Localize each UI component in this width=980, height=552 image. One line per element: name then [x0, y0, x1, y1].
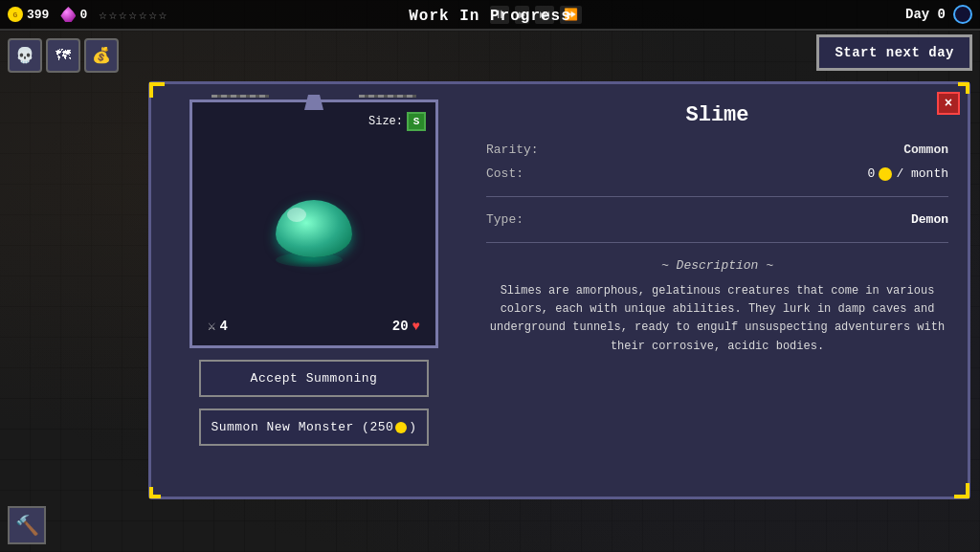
- day-circle-icon: [953, 5, 972, 24]
- coin-count: 399: [27, 8, 49, 22]
- coin-resource: G 399: [8, 7, 49, 22]
- accept-summoning-button[interactable]: Accept Summoning: [199, 360, 429, 397]
- hammer-button[interactable]: 🔨: [8, 506, 46, 544]
- heart-icon: ♥: [412, 319, 420, 334]
- gold-tool-button[interactable]: 💰: [84, 38, 119, 73]
- sword-icon: ⚔: [208, 318, 215, 334]
- size-label: Size:: [368, 115, 403, 128]
- summon-new-monster-button[interactable]: Summon New Monster (250): [199, 408, 429, 446]
- star-rating: ☆ ☆ ☆ ☆ ☆ ☆ ☆: [99, 7, 167, 23]
- health-value: 20: [392, 319, 409, 334]
- type-label: Type:: [486, 212, 523, 227]
- cost-value-container: 0 / month: [868, 166, 948, 181]
- type-value: Demon: [911, 212, 948, 227]
- day-display: Day 0: [905, 5, 972, 24]
- chain-left-decoration: [212, 95, 269, 98]
- monster-card: Size: S ⚔ 4 20 ♥: [189, 99, 438, 348]
- chain-right-decoration: [359, 95, 416, 98]
- rarity-row: Rarity: Common: [486, 143, 948, 157]
- left-panel: Size: S ⚔ 4 20 ♥: [151, 84, 477, 497]
- size-value: S: [407, 112, 426, 131]
- gold-icon-summon: [395, 422, 407, 433]
- hammer-icon: 🔨: [15, 514, 39, 538]
- attack-stat: ⚔ 4: [208, 318, 228, 334]
- rarity-value: Common: [903, 143, 948, 157]
- day-label: Day 0: [905, 7, 946, 22]
- coin-icon: G: [8, 7, 23, 22]
- crystal-resource: 0: [60, 7, 87, 22]
- monster-name: Slime: [486, 103, 948, 127]
- right-panel: Slime Rarity: Common Cost: 0 / month Typ…: [477, 84, 968, 497]
- divider-1: [486, 196, 948, 197]
- bottom-toolbar: 🔨: [8, 506, 46, 544]
- slime-body: [276, 200, 352, 257]
- skull-tool-button[interactable]: 💀: [8, 38, 42, 73]
- crystal-count: 0: [79, 8, 87, 22]
- wip-title: Work In Progress: [409, 8, 571, 25]
- slime-highlight: [287, 208, 306, 222]
- type-row: Type: Demon: [486, 212, 948, 227]
- size-badge: Size: S: [368, 112, 426, 131]
- close-button[interactable]: ×: [937, 92, 960, 115]
- summon-button-label: Summon New Monster (250: [211, 420, 393, 434]
- card-stats: ⚔ 4 20 ♥: [192, 318, 435, 334]
- corner-decoration-bl: [149, 487, 161, 498]
- description-text: Slimes are amorphous, gelatinous creatur…: [486, 282, 948, 356]
- cost-unit: / month: [896, 166, 948, 181]
- cost-row: Cost: 0 / month: [486, 166, 948, 181]
- crystal-icon: [60, 7, 76, 22]
- health-stat: 20 ♥: [392, 318, 420, 334]
- start-next-day-button[interactable]: Start next day: [816, 34, 972, 71]
- dialog-panel: × Size: S ⚔ 4: [148, 81, 970, 499]
- cost-number: 0: [868, 166, 876, 181]
- rarity-label: Rarity:: [486, 143, 539, 157]
- attack-value: 4: [219, 319, 227, 334]
- gold-icon-cost: [879, 167, 892, 181]
- slime-sprite: [271, 181, 357, 267]
- map-tool-button[interactable]: 🗺: [46, 38, 80, 73]
- toolbar: 💀 🗺 💰: [8, 38, 119, 73]
- divider-2: [486, 242, 948, 243]
- description-header: ~ Description ~: [486, 258, 948, 273]
- summon-button-close: ): [409, 420, 416, 434]
- cost-label: Cost:: [486, 166, 523, 181]
